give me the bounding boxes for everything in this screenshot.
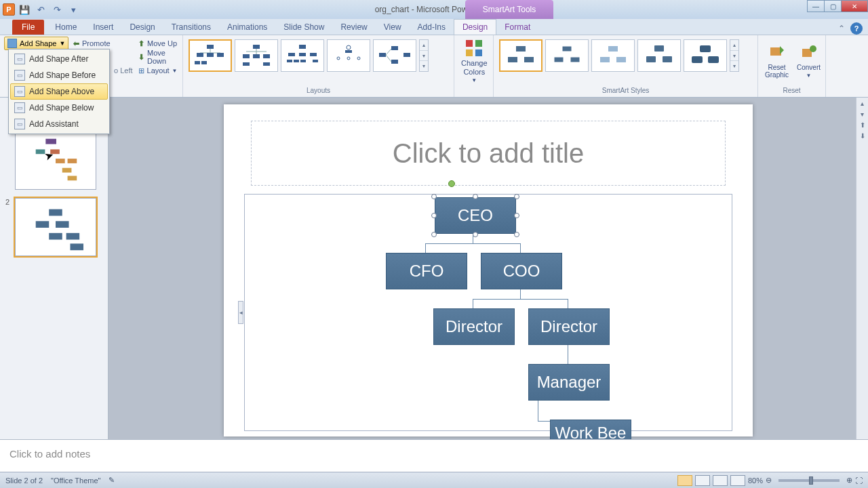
style-option-4[interactable]: [637, 39, 681, 72]
scroll-down-icon[interactable]: ▾: [856, 108, 868, 119]
connector: [520, 289, 521, 299]
add-shape-button[interactable]: Add Shape ▼: [4, 37, 68, 50]
svg-rect-7: [201, 61, 207, 64]
selection-handle[interactable]: [514, 213, 519, 218]
selection-handle[interactable]: [431, 194, 437, 199]
minimize-button[interactable]: —: [807, 0, 825, 12]
vertical-scrollbar[interactable]: ▴ ▾ ⬆ ⬇: [856, 98, 868, 439]
slideshow-view-button[interactable]: [730, 475, 745, 486]
tab-animations[interactable]: Animations: [219, 20, 275, 35]
tab-file[interactable]: File: [12, 20, 44, 35]
styles-scroll[interactable]: ▴▾▾: [730, 39, 739, 72]
style-option-3[interactable]: [591, 39, 635, 72]
layout-option-1[interactable]: [189, 39, 232, 72]
zoom-slider[interactable]: [778, 479, 840, 482]
tab-review[interactable]: Review: [332, 20, 375, 35]
style-option-5[interactable]: [684, 39, 727, 72]
slide-canvas[interactable]: Click to add title ◂ CEO: [224, 104, 753, 436]
connector: [538, 401, 538, 421]
move-down-button[interactable]: ⬇Move Down: [136, 50, 182, 64]
scroll-up-icon[interactable]: ▴: [856, 98, 868, 108]
reading-view-button[interactable]: [713, 475, 728, 486]
menu-add-shape-above[interactable]: ▭Add Shape Above: [10, 83, 108, 100]
svg-rect-22: [300, 60, 306, 62]
selection-handle[interactable]: [431, 232, 437, 237]
svg-rect-21: [294, 60, 299, 62]
svg-rect-16: [299, 45, 306, 49]
tab-slideshow[interactable]: Slide Show: [275, 20, 332, 35]
convert-button[interactable]: Convert ▼: [794, 37, 823, 85]
qat-more-icon[interactable]: ▾: [66, 3, 80, 16]
tab-design[interactable]: Design: [121, 20, 163, 35]
help-icon[interactable]: ?: [850, 22, 863, 35]
undo-icon[interactable]: ↶: [34, 3, 47, 16]
next-slide-icon[interactable]: ⬇: [856, 130, 868, 141]
layouts-scroll[interactable]: ▴▾▾: [419, 39, 429, 72]
rotation-handle-icon[interactable]: [448, 180, 455, 187]
tab-addins[interactable]: Add-Ins: [410, 20, 454, 35]
svg-rect-35: [466, 40, 473, 47]
ribbon-minimize-icon[interactable]: ⌃: [838, 24, 845, 33]
style-option-2[interactable]: [545, 39, 589, 72]
selection-handle[interactable]: [431, 213, 437, 218]
chevron-down-icon: ▼: [471, 77, 477, 83]
spellcheck-icon[interactable]: ✎: [108, 476, 115, 485]
tab-home[interactable]: Home: [47, 20, 85, 35]
selection-handle[interactable]: [473, 194, 478, 199]
title-placeholder[interactable]: Click to add title: [251, 121, 726, 186]
maximize-button[interactable]: ▢: [824, 0, 842, 12]
menu-add-shape-before[interactable]: ▭Add Shape Before: [10, 67, 108, 83]
tab-smartart-format[interactable]: Format: [496, 20, 538, 35]
node-cfo[interactable]: CFO: [386, 253, 467, 289]
zoom-thumb[interactable]: [809, 476, 813, 485]
selection-handle[interactable]: [473, 232, 478, 237]
node-manager[interactable]: Manager: [528, 364, 610, 401]
svg-rect-25: [345, 50, 352, 53]
layout-option-2[interactable]: [235, 39, 278, 72]
style-option-1[interactable]: [499, 39, 542, 72]
tab-smartart-design[interactable]: Design: [454, 19, 496, 35]
add-shape-icon: [7, 39, 17, 48]
menu-add-shape-after[interactable]: ▭Add Shape After: [10, 51, 108, 67]
fit-window-button[interactable]: ⛶: [855, 476, 863, 485]
smartart-frame[interactable]: ◂ CEO: [244, 194, 732, 431]
app-icon[interactable]: P: [3, 3, 15, 16]
promote-button[interactable]: ⬅Promote: [71, 37, 113, 50]
tab-view[interactable]: View: [376, 20, 410, 35]
thumbnail-2[interactable]: 2: [0, 194, 108, 260]
normal-view-button[interactable]: [677, 475, 692, 486]
selection-handle[interactable]: [514, 194, 519, 199]
move-up-button[interactable]: ⬆Move Up: [136, 37, 182, 50]
layout-option-3[interactable]: [281, 39, 324, 72]
node-coo[interactable]: COO: [481, 253, 562, 289]
sorter-view-button[interactable]: [695, 475, 710, 486]
zoom-in-button[interactable]: ⊕: [846, 476, 852, 485]
reset-icon: [768, 43, 787, 62]
zoom-out-button[interactable]: ⊖: [766, 476, 772, 485]
notes-pane[interactable]: Click to add notes: [0, 439, 868, 472]
text-pane-toggle[interactable]: ◂: [238, 301, 243, 324]
node-director-1[interactable]: Director: [433, 308, 515, 345]
save-icon[interactable]: 💾: [18, 3, 31, 16]
menu-add-shape-below[interactable]: ▭Add Shape Below: [10, 100, 108, 116]
node-director-2[interactable]: Director: [528, 308, 610, 345]
change-colors-button[interactable]: Change Colors ▼: [458, 37, 490, 85]
selection-handle[interactable]: [514, 232, 519, 237]
prev-slide-icon[interactable]: ⬆: [856, 119, 868, 130]
node-ceo[interactable]: CEO: [435, 197, 516, 234]
layout-button[interactable]: o Left⊞ Layout ▼: [111, 64, 182, 77]
tab-transitions[interactable]: Transitions: [163, 20, 219, 35]
menu-add-assistant[interactable]: ▭Add Assistant: [10, 116, 108, 132]
zoom-level[interactable]: 80%: [748, 476, 763, 485]
tab-insert[interactable]: Insert: [85, 20, 121, 35]
layout-option-5[interactable]: [373, 39, 416, 72]
redo-icon[interactable]: ↷: [50, 3, 64, 16]
layout-option-4[interactable]: [327, 39, 370, 72]
svg-rect-3: [197, 53, 203, 57]
svg-rect-53: [708, 56, 719, 63]
reset-graphic-button[interactable]: Reset Graphic: [762, 37, 791, 85]
svg-rect-6: [195, 61, 200, 64]
svg-rect-44: [570, 57, 580, 62]
node-worker[interactable]: Work Bee: [550, 420, 631, 439]
close-button[interactable]: ✕: [841, 0, 868, 12]
